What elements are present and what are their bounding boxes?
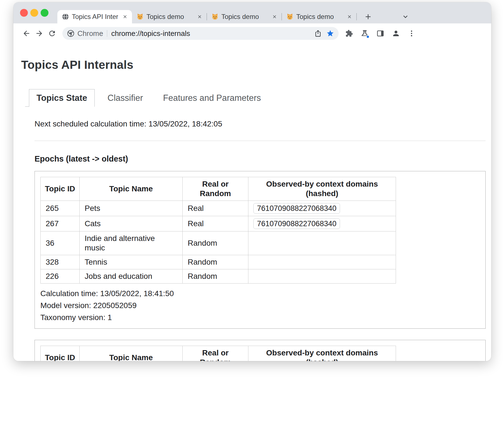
browser-tab-topics-demo-2[interactable]: Topics demo xyxy=(207,10,282,23)
page-title: Topics API Internals xyxy=(21,58,491,72)
reload-button[interactable] xyxy=(46,27,58,40)
tab-topics-state[interactable]: Topics State xyxy=(29,89,95,107)
tab-separator xyxy=(356,13,357,20)
table-row: 36 Indie and alternative music Random xyxy=(41,231,396,255)
domain-hash-box[interactable]: 7610709088227068340 xyxy=(253,218,340,229)
cat-favicon-icon xyxy=(211,13,219,20)
col-header-observed-domains: Observed-by context domains (hashed) xyxy=(248,346,396,361)
side-panel-button[interactable] xyxy=(374,27,387,40)
share-button[interactable] xyxy=(312,27,324,40)
epoch-table: Topic ID Topic Name Real or Random Obser… xyxy=(40,346,396,361)
topics-state-pane: Next scheduled calculation time: 13/05/2… xyxy=(13,107,491,361)
real-or-random-cell: Real xyxy=(183,201,248,216)
cat-favicon-icon xyxy=(286,13,293,20)
topic-id-cell: 36 xyxy=(41,231,80,255)
tab-close-icon[interactable] xyxy=(195,13,204,21)
col-header-real-or-random: Real or Random xyxy=(183,177,248,201)
share-icon xyxy=(314,30,322,37)
browser-tab-topics-demo-1[interactable]: Topics demo xyxy=(132,10,207,23)
tab-label: Topics demo xyxy=(296,13,342,21)
topic-name-cell: Indie and alternative music xyxy=(80,231,183,255)
table-row: 226 Jobs and education Random xyxy=(41,269,396,284)
tab-features-parameters[interactable]: Features and Parameters xyxy=(156,89,268,107)
page-tabs: Topics State Classifier Features and Par… xyxy=(25,89,486,107)
table-header-row: Topic ID Topic Name Real or Random Obser… xyxy=(41,177,396,201)
omnibox-url[interactable]: chrome://topics-internals xyxy=(111,29,312,38)
omnibox[interactable]: Chrome chrome://topics-internals xyxy=(62,27,339,40)
domains-cell xyxy=(248,255,396,269)
close-button[interactable] xyxy=(20,9,28,17)
epoch-panel: Topic ID Topic Name Real or Random Obser… xyxy=(35,171,486,329)
domains-cell xyxy=(248,269,396,284)
star-icon xyxy=(326,30,334,37)
col-header-real-or-random: Real or Random xyxy=(183,346,248,361)
topic-id-cell: 226 xyxy=(41,269,80,284)
topic-id-cell: 265 xyxy=(41,201,80,216)
omnibox-divider xyxy=(107,30,107,37)
kebab-icon xyxy=(408,30,415,37)
window-controls xyxy=(20,9,48,17)
taxonomy-version-text: Taxonomy version: 1 xyxy=(40,313,480,322)
epoch-info: Calculation time: 13/05/2022, 18:41:50 M… xyxy=(40,289,480,322)
calculation-time-text: Calculation time: 13/05/2022, 18:41:50 xyxy=(40,289,480,298)
domain-hash-box[interactable]: 7610709088227068340 xyxy=(253,203,340,214)
zoom-button[interactable] xyxy=(41,9,48,17)
real-or-random-cell: Random xyxy=(183,255,248,269)
topic-name-cell: Jobs and education xyxy=(80,269,183,284)
topic-id-cell: 267 xyxy=(41,216,80,231)
table-header-row: Topic ID Topic Name Real or Random Obser… xyxy=(41,346,396,361)
real-or-random-cell: Real xyxy=(183,216,248,231)
tab-label: Topics demo xyxy=(146,13,193,21)
real-or-random-cell: Random xyxy=(183,269,248,284)
section-divider xyxy=(35,141,486,141)
tab-close-icon[interactable] xyxy=(345,13,354,21)
browser-tabs: Topics API Intern Topics demo xyxy=(57,2,411,23)
chevron-down-icon xyxy=(401,13,410,21)
col-header-topic-name: Topic Name xyxy=(80,177,183,201)
epochs-heading: Epochs (latest -> oldest) xyxy=(35,154,486,164)
col-header-observed-domains: Observed-by context domains (hashed) xyxy=(248,177,396,201)
col-header-topic-id: Topic ID xyxy=(41,346,80,361)
table-row: 328 Tennis Random xyxy=(41,255,396,269)
table-row: 267 Cats Real 7610709088227068340 xyxy=(41,216,396,231)
next-calculation-text: Next scheduled calculation time: 13/05/2… xyxy=(35,119,486,129)
notification-dot xyxy=(366,35,370,38)
bookmark-star-button[interactable] xyxy=(324,27,336,40)
tab-classifier[interactable]: Classifier xyxy=(100,89,150,107)
profile-button[interactable] xyxy=(389,27,403,40)
domains-cell: 7610709088227068340 xyxy=(248,201,396,216)
extensions-button[interactable] xyxy=(342,27,356,40)
model-version-text: Model version: 2205052059 xyxy=(40,301,480,310)
topic-name-cell: Tennis xyxy=(80,255,183,269)
minimize-button[interactable] xyxy=(30,9,38,17)
cat-favicon-icon xyxy=(136,13,144,20)
browser-tab-topics-internals[interactable]: Topics API Intern xyxy=(57,10,132,23)
tab-close-icon[interactable] xyxy=(121,13,129,21)
back-button[interactable] xyxy=(20,27,33,40)
browser-tab-topics-demo-3[interactable]: Topics demo xyxy=(282,10,356,23)
page-content: Topics API Internals Topics State Classi… xyxy=(13,58,491,361)
table-row: 265 Pets Real 7610709088227068340 xyxy=(41,201,396,216)
tab-close-icon[interactable] xyxy=(270,13,279,21)
tab-label: Topics API Intern xyxy=(72,13,118,21)
plus-icon xyxy=(364,13,372,21)
forward-button[interactable] xyxy=(33,27,46,40)
back-arrow-icon xyxy=(22,29,31,38)
domains-cell: 7610709088227068340 xyxy=(248,216,396,231)
tab-lead-line xyxy=(25,106,29,107)
chrome-logo-icon xyxy=(67,30,75,37)
reload-icon xyxy=(48,29,56,38)
real-or-random-cell: Random xyxy=(183,231,248,255)
epoch-panel: Topic ID Topic Name Real or Random Obser… xyxy=(35,340,486,361)
side-panel-icon xyxy=(376,30,384,37)
epoch-table: Topic ID Topic Name Real or Random Obser… xyxy=(40,177,396,284)
menu-button[interactable] xyxy=(405,27,418,40)
new-tab-button[interactable] xyxy=(362,11,374,23)
tab-search-button[interactable] xyxy=(400,11,411,23)
col-header-topic-id: Topic ID xyxy=(41,177,80,201)
labs-button[interactable] xyxy=(358,27,371,40)
omnibox-site-label: Chrome xyxy=(77,29,103,38)
chrome-page-favicon-icon xyxy=(62,13,69,20)
avatar-icon xyxy=(392,29,400,38)
toolbar-actions xyxy=(342,27,418,40)
